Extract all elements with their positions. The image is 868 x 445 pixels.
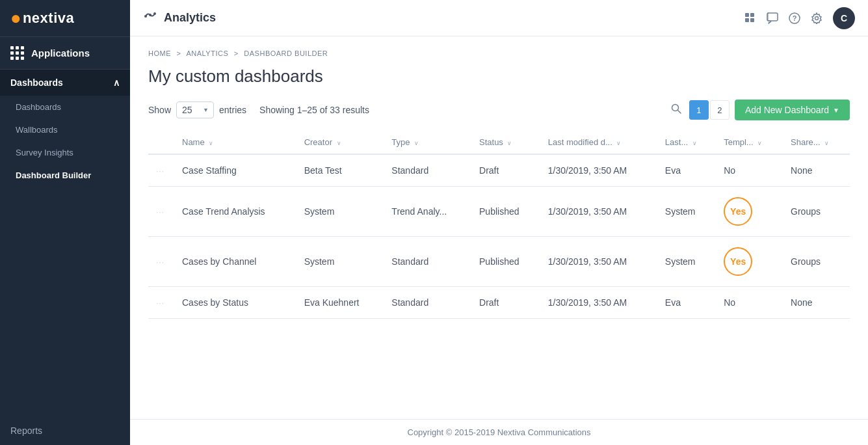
controls-left: Show 25 50 100 entries Showing 1–25 of 3… — [148, 101, 369, 118]
settings-icon-button[interactable] — [811, 12, 822, 24]
sidebar-item-dashboard-builder[interactable]: Dashboard Builder — [0, 164, 130, 187]
svg-rect-7 — [767, 13, 778, 21]
row-share-cell: Groups — [783, 187, 850, 237]
row-template-cell: No — [716, 154, 783, 187]
grid-icon-button[interactable] — [744, 12, 756, 24]
col-status[interactable]: Status ∨ — [471, 131, 540, 154]
svg-rect-6 — [750, 18, 754, 22]
svg-rect-4 — [750, 13, 754, 17]
chevron-up-icon: ∧ — [113, 77, 120, 88]
apps-grid-icon — [10, 46, 23, 60]
col-template[interactable]: Templ... ∨ — [716, 131, 783, 154]
help-icon-button[interactable]: ? — [789, 12, 800, 24]
row-drag-handle[interactable]: ··· — [156, 299, 164, 308]
table-row: ··· Case Trend Analysis System Trend Ana… — [148, 187, 850, 237]
template-yes-badge: Yes — [724, 247, 752, 276]
breadcrumb: HOME > ANALYTICS > DASHBOARD BUILDER — [148, 49, 850, 57]
svg-line-12 — [677, 111, 681, 114]
chat-icon-button[interactable] — [767, 12, 778, 24]
type-sort-icon: ∨ — [414, 140, 419, 146]
page-1-button[interactable]: 1 — [689, 100, 709, 120]
row-name-cell: Cases by Channel — [174, 237, 296, 287]
row-name-cell: Case Staffing — [174, 154, 296, 187]
row-last-modified-cell: 1/30/2019, 3:50 AM — [540, 237, 657, 287]
results-info: Showing 1–25 of 33 results — [259, 105, 369, 115]
col-last[interactable]: Last... ∨ — [657, 131, 716, 154]
user-avatar[interactable]: C — [833, 7, 855, 29]
svg-rect-3 — [745, 13, 749, 17]
row-drag-handle[interactable]: ··· — [156, 258, 164, 267]
row-share-cell: None — [783, 154, 850, 187]
name-sort-icon: ∨ — [209, 140, 213, 146]
col-handle — [148, 131, 174, 154]
row-status-cell: Draft — [471, 154, 540, 187]
last-sort-icon: ∨ — [692, 140, 697, 146]
svg-rect-5 — [745, 18, 749, 22]
breadcrumb-sep2: > — [234, 49, 239, 57]
footer: Copyright © 2015-2019 Nextiva Communicat… — [130, 419, 868, 445]
col-last-modified[interactable]: Last modified d... ∨ — [540, 131, 657, 154]
sidebar-item-reports[interactable]: Reports — [0, 416, 130, 445]
row-type-cell: Standard — [384, 237, 471, 287]
nav-group-label: Dashboards — [10, 77, 63, 88]
col-name[interactable]: Name ∨ — [174, 131, 296, 154]
sidebar-item-dashboards[interactable]: Dashboards — [0, 96, 130, 118]
main-content: Analytics ? — [130, 0, 868, 445]
creator-sort-icon: ∨ — [337, 140, 341, 146]
table-row: ··· Cases by Status Eva Kuehnert Standar… — [148, 287, 850, 319]
pagination: 1 2 — [689, 100, 730, 120]
topbar-icons: ? C — [744, 7, 855, 29]
col-type[interactable]: Type ∨ — [384, 131, 471, 154]
entries-label: entries — [219, 105, 246, 115]
sidebar-item-wallboards[interactable]: Wallboards — [0, 118, 130, 141]
row-name-cell: Case Trend Analysis — [174, 187, 296, 237]
col-creator[interactable]: Creator ∨ — [296, 131, 384, 154]
nav-section: Dashboards ∧ Dashboards Wallboards Surve… — [0, 70, 130, 416]
svg-point-1 — [149, 14, 151, 16]
row-share-cell: None — [783, 287, 850, 319]
dashboards-nav-group[interactable]: Dashboards ∧ — [0, 70, 130, 96]
row-last-modified-cell: 1/30/2019, 3:50 AM — [540, 154, 657, 187]
row-last-cell: Eva — [657, 287, 716, 319]
controls-right: 1 2 Add New Dashboard ▼ — [668, 100, 850, 120]
share-sort-icon: ∨ — [824, 140, 829, 146]
page-2-button[interactable]: 2 — [710, 100, 730, 120]
last-modified-sort-icon: ∨ — [616, 140, 621, 146]
row-creator-cell: System — [296, 187, 384, 237]
row-drag-handle[interactable]: ··· — [156, 208, 164, 217]
sidebar: ● nextiva Applications Dashboards ∧ Dash… — [0, 0, 130, 445]
row-template-cell: No — [716, 287, 783, 319]
template-no-value: No — [724, 297, 735, 308]
sidebar-item-survey-insights[interactable]: Survey Insights — [0, 141, 130, 164]
show-label: Show — [148, 105, 171, 115]
row-handle-cell: ··· — [148, 287, 174, 319]
breadcrumb-analytics: ANALYTICS — [186, 49, 228, 57]
row-last-cell: System — [657, 237, 716, 287]
svg-text:?: ? — [793, 14, 797, 22]
logo-text: nextiva — [23, 10, 74, 27]
add-new-dashboard-button[interactable]: Add New Dashboard ▼ — [735, 100, 850, 120]
row-last-cell: System — [657, 187, 716, 237]
col-share[interactable]: Share... ∨ — [783, 131, 850, 154]
dropdown-arrow-icon: ▼ — [833, 107, 839, 114]
row-creator-cell: System — [296, 237, 384, 287]
topbar: Analytics ? — [130, 0, 868, 36]
row-status-cell: Draft — [471, 287, 540, 319]
row-template-cell: Yes — [716, 187, 783, 237]
show-select-wrapper: 25 50 100 — [176, 101, 214, 118]
svg-point-2 — [153, 12, 156, 15]
svg-point-10 — [815, 16, 819, 20]
svg-point-0 — [144, 15, 147, 18]
breadcrumb-home: HOME — [148, 49, 171, 57]
row-status-cell: Published — [471, 187, 540, 237]
show-select[interactable]: 25 50 100 — [176, 101, 214, 118]
sidebar-logo: ● nextiva — [0, 0, 130, 37]
apps-label: Applications — [31, 47, 90, 59]
apps-section[interactable]: Applications — [0, 37, 130, 70]
row-type-cell: Standard — [384, 287, 471, 319]
row-drag-handle[interactable]: ··· — [156, 167, 164, 176]
search-button[interactable] — [668, 101, 684, 119]
row-last-cell: Eva — [657, 154, 716, 187]
template-sort-icon: ∨ — [757, 140, 762, 146]
analytics-icon — [143, 9, 157, 27]
